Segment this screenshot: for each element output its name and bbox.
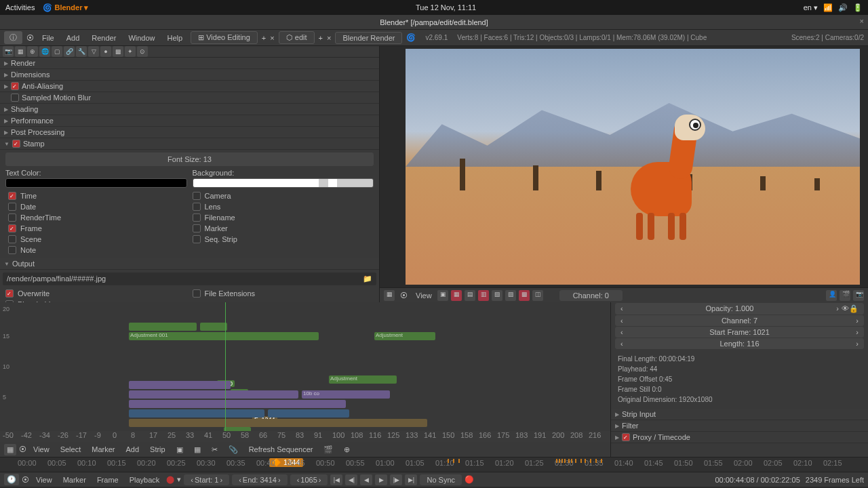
tl-frame-menu[interactable]: Frame	[93, 474, 123, 485]
smb-checkbox[interactable]	[11, 94, 19, 102]
layout-del[interactable]: ×	[270, 34, 274, 42]
sound-icon[interactable]: 🔊	[838, 3, 848, 12]
stamp-filename-checkbox[interactable]	[193, 214, 201, 222]
stamp-frame-checkbox[interactable]	[8, 224, 16, 232]
preview-mode-5[interactable]: ▧	[492, 290, 502, 301]
keyframe-prev-button[interactable]: ◀|	[345, 474, 357, 485]
preview-expand-icon[interactable]: ⦿	[397, 291, 410, 300]
proxy-checkbox[interactable]	[622, 433, 630, 441]
panel-post-processing[interactable]: ▶Post Processing	[0, 127, 379, 138]
activities-button[interactable]: Activities	[5, 3, 35, 12]
seq-strip[interactable]	[129, 409, 264, 418]
panel-stamp[interactable]: ▼Stamp	[0, 138, 379, 150]
seq-strip[interactable]	[268, 409, 349, 418]
layout-add[interactable]: +	[262, 34, 266, 42]
seq-marker-menu[interactable]: Marker	[87, 444, 119, 455]
folder-icon[interactable]: 📁	[363, 274, 372, 283]
tl-playback-menu[interactable]: Playback	[125, 474, 164, 485]
seq-strip[interactable]	[129, 419, 427, 427]
editor-type-icon[interactable]: ⓘ	[4, 31, 22, 44]
seq-expand-icon[interactable]: ⦿	[19, 445, 26, 453]
panel-shading[interactable]: ▶Shading	[0, 104, 379, 115]
stamp-checkbox[interactable]	[12, 140, 20, 148]
stamp-scene-checkbox[interactable]	[8, 235, 16, 243]
preview-mode-8[interactable]: ◫	[532, 290, 543, 301]
lock-icon[interactable]: 🔒	[849, 304, 859, 313]
panel-anti-aliasing[interactable]: ▶Anti-Aliasing	[0, 81, 379, 92]
channel-field[interactable]: ‹Channel: 7›	[615, 315, 864, 326]
seq-strip[interactable]: Adjustment 001	[129, 332, 319, 340]
layout-selector[interactable]: ⊞ Video Editing	[191, 31, 258, 44]
menu-file[interactable]: File	[38, 33, 58, 43]
record-mode-icon[interactable]: ▾	[177, 475, 181, 484]
scene-add[interactable]: +	[319, 34, 323, 42]
font-size-field[interactable]: Font Size: 13	[5, 152, 374, 166]
tab-modifier-icon[interactable]: 🔧	[76, 46, 87, 57]
tab-data-icon[interactable]: ▽	[88, 46, 99, 57]
autokey-icon[interactable]: 🔴	[465, 475, 474, 484]
seq-tool-4[interactable]: ⊕	[340, 444, 354, 455]
opacity-field[interactable]: ‹Opacity: 1.000›👁🔒	[615, 303, 864, 314]
keyframe-next-button[interactable]: |▶	[390, 474, 402, 485]
seq-strip[interactable]	[129, 390, 298, 399]
lang-indicator[interactable]: en ▾	[804, 3, 818, 12]
timeline-editor-type[interactable]: 🕐	[4, 474, 19, 485]
eye-icon[interactable]: 👁	[842, 304, 849, 313]
seq-mode-1[interactable]: ▣	[172, 444, 187, 455]
jump-end-button[interactable]: ▶|	[405, 474, 417, 485]
seq-strip-menu[interactable]: Strip	[146, 444, 170, 455]
tl-marker-menu[interactable]: Marker	[59, 474, 90, 485]
tab-constraint-icon[interactable]: 🔗	[64, 46, 75, 57]
wifi-icon[interactable]: 📶	[823, 3, 833, 12]
preview-mode-2[interactable]: ▦	[451, 290, 462, 301]
seq-strip[interactable]: Adjustment	[329, 375, 397, 384]
play-button[interactable]: ▶	[375, 474, 387, 485]
jump-start-button[interactable]: |◀	[330, 474, 342, 485]
tab-world-icon[interactable]: 🌐	[39, 46, 50, 57]
preview-mode-7[interactable]: ▩	[519, 290, 530, 301]
preview-tool-3[interactable]: 📷	[853, 290, 864, 301]
current-frame-field[interactable]: ‹ 1065 ›	[290, 474, 328, 485]
stamp-rendertime-checkbox[interactable]	[8, 214, 16, 222]
tab-object-icon[interactable]: ▢	[52, 46, 62, 57]
seq-strip[interactable]: 10b co	[302, 390, 390, 399]
seq-view-menu[interactable]: View	[29, 444, 54, 455]
panel-proxy[interactable]: ▶Proxy / Timecode	[611, 432, 868, 443]
start-frame-field[interactable]: ‹ Start: 1 ›	[184, 474, 229, 485]
preview-viewport[interactable]	[406, 49, 860, 285]
length-field[interactable]: ‹Length: 116›	[615, 338, 864, 349]
preview-tool-2[interactable]: 🎬	[840, 290, 850, 301]
tab-particle-icon[interactable]: ✦	[125, 46, 136, 57]
panel-strip-input[interactable]: ▶Strip Input	[611, 409, 868, 420]
sequencer-ruler[interactable]: -50-42-34-26-17-908172533415058667583911…	[0, 431, 610, 442]
background-swatch[interactable]	[193, 178, 374, 188]
seq-tool-3[interactable]: 🎬	[319, 444, 337, 455]
preview-mode-3[interactable]: ▤	[465, 290, 475, 301]
tl-view-menu[interactable]: View	[32, 474, 56, 485]
menu-help[interactable]: Help	[163, 33, 187, 43]
seq-tool-2[interactable]: 📎	[224, 444, 242, 455]
file-extensions-checkbox[interactable]	[193, 289, 201, 298]
play-reverse-button[interactable]: ◀	[360, 474, 372, 485]
stamp-seq. strip-checkbox[interactable]	[193, 235, 201, 243]
record-icon[interactable]: ⬤	[166, 475, 174, 484]
channel-field[interactable]: Channel: 0	[559, 290, 623, 301]
scene-selector[interactable]: ⬡ edit	[279, 31, 315, 44]
text-color-swatch[interactable]	[5, 178, 187, 188]
panel-performance[interactable]: ▶Performance	[0, 115, 379, 127]
menu-add[interactable]: Add	[62, 33, 84, 43]
clock[interactable]: Tue 12 Nov, 11:11	[89, 3, 804, 12]
output-path-field[interactable]: /render/pampa/final/#####.jpg📁	[3, 272, 376, 285]
panel-output[interactable]: ▼Output	[0, 258, 379, 270]
panel-render[interactable]: ▶Render	[0, 58, 379, 69]
tab-material-icon[interactable]: ●	[100, 46, 111, 57]
seq-strip[interactable]	[129, 381, 231, 389]
timeline[interactable]: 🔶 1344 00:0000:0500:1000:1500:2000:2500:…	[0, 457, 868, 472]
stamp-date-checkbox[interactable]	[8, 203, 16, 211]
tab-render-icon[interactable]: 📷	[3, 46, 14, 57]
seq-add-menu[interactable]: Add	[121, 444, 143, 455]
sync-selector[interactable]: No Sync	[420, 474, 462, 485]
seq-strip[interactable]: Adjustment	[374, 332, 435, 340]
app-menu[interactable]: 🌀 Blender ▾	[43, 3, 88, 12]
seq-strip[interactable]	[129, 400, 346, 408]
